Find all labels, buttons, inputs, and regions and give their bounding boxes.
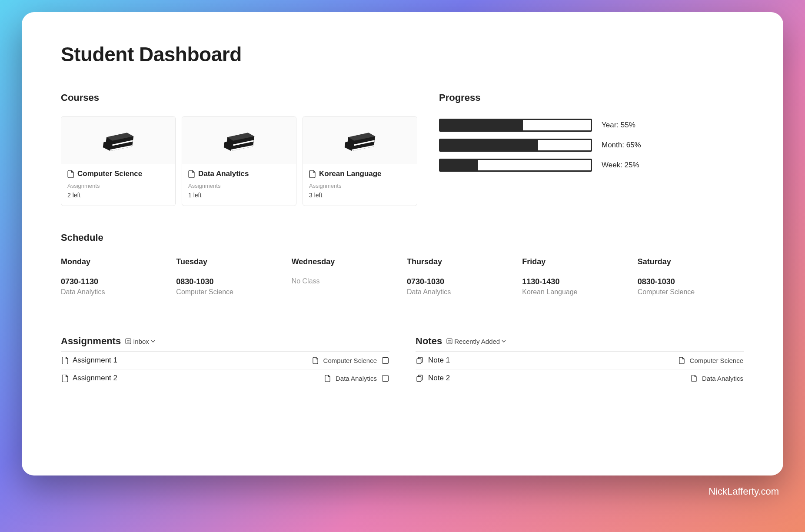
note-course: Computer Science — [690, 357, 743, 364]
note-icon — [416, 357, 424, 364]
assignment-title: Assignment 2 — [73, 374, 117, 382]
notes-view-selector[interactable]: Recently Added — [446, 338, 506, 345]
progress-row: Month: 65% — [439, 139, 744, 152]
progress-fill — [440, 120, 523, 130]
assignment-checkbox[interactable] — [382, 375, 389, 382]
page-title: Student Dashboard — [61, 43, 744, 66]
chevron-down-icon — [151, 339, 155, 343]
chevron-down-icon — [502, 339, 506, 343]
schedule-time: 0730-1030 — [407, 277, 513, 286]
schedule-day: Monday — [61, 257, 167, 271]
note-link[interactable]: Note 2 — [416, 374, 450, 382]
course-meta-label: Assignments — [188, 183, 290, 189]
notes-heading: Notes — [416, 336, 442, 347]
note-course: Data Analytics — [702, 375, 743, 382]
app-window: Student Dashboard Courses Computer Scien… — [22, 12, 783, 475]
progress-section: Progress Year: 55% Month: 65% Week: 25% — [439, 92, 744, 206]
schedule-column: Friday1130-1430 Korean Language — [522, 257, 629, 296]
course-cover — [61, 116, 175, 164]
assignment-course: Data Analytics — [336, 375, 377, 382]
course-meta-label: Assignments — [67, 183, 169, 189]
schedule-day: Friday — [522, 257, 629, 271]
courses-heading: Courses — [61, 92, 417, 108]
page-icon — [62, 375, 68, 382]
assignment-link[interactable]: Assignment 1 — [62, 356, 117, 365]
note-row: Note 1 Computer Science — [416, 352, 744, 369]
books-icon — [342, 127, 378, 153]
progress-heading: Progress — [439, 92, 744, 108]
page-icon — [188, 170, 195, 178]
notes-section: Notes Recently Added Note 1 Computer Sci… — [416, 336, 744, 387]
schedule-section: Schedule Monday0730-1130 Data AnalyticsT… — [61, 232, 744, 318]
schedule-column: Saturday0830-1030 Computer Science — [638, 257, 744, 296]
notes-view-label: Recently Added — [454, 338, 500, 345]
schedule-time: 0830-1030 — [176, 277, 283, 286]
assignment-title: Assignment 1 — [73, 356, 117, 365]
course-meta-value: 3 left — [309, 192, 411, 199]
books-icon — [221, 127, 257, 153]
course-title: Data Analytics — [198, 170, 249, 178]
schedule-column: Monday0730-1130 Data Analytics — [61, 257, 167, 296]
watermark: NickLafferty.com — [709, 486, 779, 497]
page-icon — [67, 170, 74, 178]
assignment-course: Computer Science — [323, 357, 377, 364]
course-meta-label: Assignments — [309, 183, 411, 189]
schedule-heading: Schedule — [61, 232, 744, 248]
progress-fill — [440, 140, 538, 150]
course-card[interactable]: Computer Science Assignments 2 left — [61, 116, 176, 206]
course-meta-value: 2 left — [67, 192, 169, 199]
page-icon — [313, 357, 318, 364]
page-icon — [309, 170, 316, 178]
page-icon — [62, 357, 68, 364]
schedule-time: 0730-1130 — [61, 277, 167, 286]
note-title: Note 1 — [428, 356, 450, 365]
schedule-column: Thursday0730-1030 Data Analytics — [407, 257, 513, 296]
schedule-course: Data Analytics — [61, 288, 167, 296]
list-icon — [446, 338, 452, 344]
assignment-row: Assignment 2 Data Analytics — [61, 369, 389, 387]
progress-bar — [439, 119, 592, 132]
course-card[interactable]: Data Analytics Assignments 1 left — [182, 116, 296, 206]
courses-section: Courses Computer Science Assignments 2 l… — [61, 92, 417, 206]
assignment-link[interactable]: Assignment 2 — [62, 374, 117, 382]
course-title: Korean Language — [319, 170, 382, 178]
page-icon — [679, 357, 685, 364]
course-card[interactable]: Korean Language Assignments 3 left — [303, 116, 417, 206]
schedule-column: Tuesday0830-1030 Computer Science — [176, 257, 283, 296]
schedule-day: Tuesday — [176, 257, 283, 271]
schedule-course: Data Analytics — [407, 288, 513, 296]
note-link[interactable]: Note 1 — [416, 356, 450, 365]
note-row: Note 2 Data Analytics — [416, 369, 744, 387]
schedule-day: Wednesday — [292, 257, 398, 271]
schedule-day: Saturday — [638, 257, 744, 271]
schedule-column: WednesdayNo Class — [292, 257, 398, 296]
assignments-view-selector[interactable]: Inbox — [125, 338, 155, 345]
assignment-checkbox[interactable] — [382, 357, 389, 364]
course-cover — [182, 116, 296, 164]
list-icon — [125, 338, 131, 344]
assignments-view-label: Inbox — [133, 338, 149, 345]
schedule-time: 1130-1430 — [522, 277, 629, 286]
note-icon — [416, 375, 424, 382]
progress-bar — [439, 139, 592, 152]
books-icon — [100, 127, 136, 153]
assignments-section: Assignments Inbox Assignment 1 Computer … — [61, 336, 389, 387]
schedule-day: Thursday — [407, 257, 513, 271]
page-icon — [691, 375, 697, 382]
schedule-time: 0830-1030 — [638, 277, 744, 286]
progress-bar — [439, 159, 592, 172]
schedule-no-class: No Class — [292, 277, 398, 285]
progress-row: Week: 25% — [439, 159, 744, 172]
course-title: Computer Science — [77, 170, 142, 178]
assignment-row: Assignment 1 Computer Science — [61, 352, 389, 369]
progress-label: Month: 65% — [602, 141, 641, 150]
schedule-course: Korean Language — [522, 288, 629, 296]
schedule-course: Computer Science — [176, 288, 283, 296]
page-icon — [325, 375, 330, 382]
progress-label: Year: 55% — [602, 121, 635, 130]
course-cover — [303, 116, 417, 164]
course-meta-value: 1 left — [188, 192, 290, 199]
progress-fill — [440, 160, 478, 170]
schedule-course: Computer Science — [638, 288, 744, 296]
note-title: Note 2 — [428, 374, 450, 382]
